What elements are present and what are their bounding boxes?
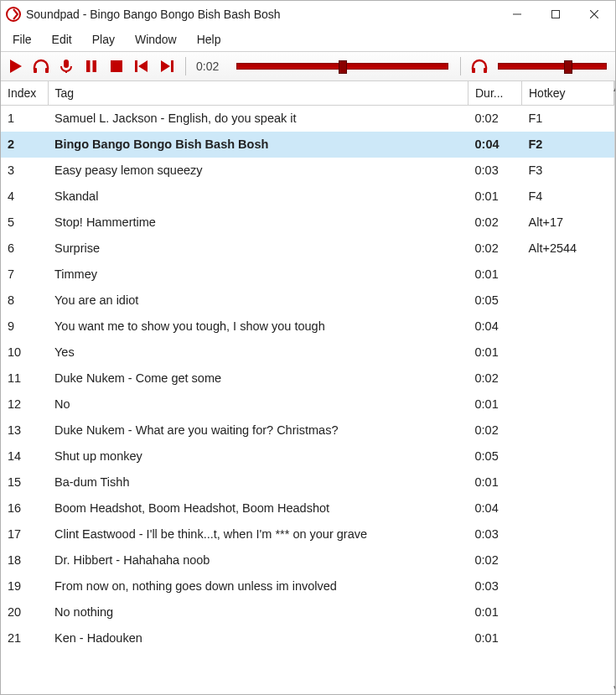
table-row[interactable]: 21Ken - Hadouken0:01 xyxy=(1,625,614,651)
table-row[interactable]: 12No0:01 xyxy=(1,392,614,418)
vertical-scrollbar[interactable]: ▴ ▾ xyxy=(614,81,615,694)
cell-duration: 0:05 xyxy=(468,443,522,469)
cell-index: 6 xyxy=(1,236,48,262)
cell-tag: Duke Nukem - What are you waiting for? C… xyxy=(48,418,468,443)
cell-tag: Ba-dum Tishh xyxy=(48,469,468,495)
table-row[interactable]: 16Boom Headshot, Boom Headshot, Boom Hea… xyxy=(1,495,614,521)
cell-duration: 0:04 xyxy=(468,132,522,158)
column-header-tag[interactable]: Tag xyxy=(48,81,468,106)
table-row[interactable]: 14Shut up monkey0:05 xyxy=(1,443,614,469)
cell-duration: 0:02 xyxy=(468,106,522,132)
table-row[interactable]: 4Skandal0:01F4 xyxy=(1,184,614,210)
table-row[interactable]: 13Duke Nukem - What are you waiting for?… xyxy=(1,418,614,443)
column-header-hotkey[interactable]: Hotkey xyxy=(522,81,614,106)
svg-rect-9 xyxy=(111,60,122,72)
cell-tag: Yes xyxy=(48,340,468,366)
table-row[interactable]: 8You are an idiot0:05 xyxy=(1,288,614,314)
svg-rect-8 xyxy=(93,60,97,72)
table-row[interactable]: 5Stop! Hammertime0:02Alt+17 xyxy=(1,210,614,236)
menu-play[interactable]: Play xyxy=(84,30,123,49)
cell-index: 5 xyxy=(1,210,48,236)
cell-tag: Ken - Hadouken xyxy=(48,625,468,651)
cell-duration: 0:03 xyxy=(468,158,522,184)
seek-slider-thumb[interactable] xyxy=(339,60,347,74)
cell-hotkey xyxy=(522,262,614,288)
cell-duration: 0:01 xyxy=(468,184,522,210)
pause-button[interactable] xyxy=(81,56,101,76)
volume-icon[interactable] xyxy=(469,56,489,76)
cell-index: 14 xyxy=(1,443,48,469)
cell-tag: Bingo Bango Bongo Bish Bash Bosh xyxy=(48,132,468,158)
cell-tag: Timmey xyxy=(48,262,468,288)
cell-hotkey xyxy=(522,418,614,443)
cell-tag: Stop! Hammertime xyxy=(48,210,468,236)
cell-hotkey: F1 xyxy=(522,106,614,132)
cell-tag: Clint Eastwood - I'll be think...t, when… xyxy=(48,521,468,547)
cell-index: 16 xyxy=(1,495,48,521)
table-row[interactable]: 9You want me to show you tough, I show y… xyxy=(1,314,614,340)
cell-tag: You want me to show you tough, I show yo… xyxy=(48,314,468,340)
sound-table: Index Tag Dur... Hotkey 1Samuel L. Jacks… xyxy=(1,81,614,651)
previous-button[interactable] xyxy=(132,56,152,76)
cell-duration: 0:02 xyxy=(468,418,522,443)
cell-duration: 0:04 xyxy=(468,314,522,340)
cell-duration: 0:01 xyxy=(468,262,522,288)
cell-index: 19 xyxy=(1,573,48,599)
play-headphones-button[interactable] xyxy=(31,56,51,76)
menu-edit[interactable]: Edit xyxy=(44,30,80,49)
volume-slider-thumb[interactable] xyxy=(564,60,572,74)
table-row[interactable]: 6Surprise0:02Alt+2544 xyxy=(1,236,614,262)
play-microphone-button[interactable] xyxy=(56,56,76,76)
table-row[interactable]: 2Bingo Bango Bongo Bish Bash Bosh0:04F2 xyxy=(1,132,614,158)
volume-slider[interactable] xyxy=(498,63,607,70)
cell-hotkey xyxy=(522,599,614,625)
cell-tag: No nothing xyxy=(48,599,468,625)
cell-hotkey xyxy=(522,495,614,521)
cell-duration: 0:04 xyxy=(468,495,522,521)
cell-index: 20 xyxy=(1,599,48,625)
table-row[interactable]: 11Duke Nukem - Come get some0:02 xyxy=(1,366,614,392)
menu-window[interactable]: Window xyxy=(127,30,185,49)
maximize-button[interactable] xyxy=(536,1,575,28)
cell-tag: Duke Nukem - Come get some xyxy=(48,366,468,392)
column-header-index[interactable]: Index xyxy=(1,81,48,106)
table-row[interactable]: 19From now on, nothing goes down unless … xyxy=(1,573,614,599)
table-row[interactable]: 1Samuel L. Jackson - English, do you spe… xyxy=(1,106,614,132)
table-row[interactable]: 20No nothing0:01 xyxy=(1,599,614,625)
cell-tag: Surprise xyxy=(48,236,468,262)
menu-file[interactable]: File xyxy=(4,30,40,49)
table-row[interactable]: 10Yes0:01 xyxy=(1,340,614,366)
next-button[interactable] xyxy=(157,56,177,76)
window-title: Soundpad - Bingo Bango Bongo Bish Bash B… xyxy=(26,8,281,21)
cell-hotkey xyxy=(522,288,614,314)
cell-duration: 0:02 xyxy=(468,236,522,262)
cell-hotkey: Alt+17 xyxy=(522,210,614,236)
cell-index: 9 xyxy=(1,314,48,340)
stop-button[interactable] xyxy=(106,56,127,76)
seek-slider[interactable] xyxy=(236,63,448,70)
cell-tag: You are an idiot xyxy=(48,288,468,314)
cell-hotkey: F3 xyxy=(522,158,614,184)
cell-duration: 0:05 xyxy=(468,288,522,314)
table-row[interactable]: 18Dr. Hibbert - Hahahaha noob0:02 xyxy=(1,547,614,573)
cell-index: 4 xyxy=(1,184,48,210)
table-row[interactable]: 17Clint Eastwood - I'll be think...t, wh… xyxy=(1,521,614,547)
minimize-button[interactable] xyxy=(498,1,536,28)
svg-rect-6 xyxy=(65,70,67,73)
close-button[interactable] xyxy=(575,1,613,28)
table-row[interactable]: 15Ba-dum Tishh0:01 xyxy=(1,469,614,495)
menu-help[interactable]: Help xyxy=(189,30,230,49)
cell-hotkey: F4 xyxy=(522,184,614,210)
cell-duration: 0:01 xyxy=(468,625,522,651)
play-speaker-button[interactable] xyxy=(6,56,26,76)
cell-tag: Shut up monkey xyxy=(48,443,468,469)
cell-index: 2 xyxy=(1,132,48,158)
column-header-duration[interactable]: Dur... xyxy=(468,81,522,106)
cell-tag: From now on, nothing goes down unless im… xyxy=(48,573,468,599)
cell-hotkey xyxy=(522,625,614,651)
svg-rect-12 xyxy=(472,68,475,73)
table-row[interactable]: 7Timmey0:01 xyxy=(1,262,614,288)
cell-tag: Dr. Hibbert - Hahahaha noob xyxy=(48,547,468,573)
table-row[interactable]: 3Easy peasy lemon squeezy0:03F3 xyxy=(1,158,614,184)
sound-list[interactable]: Index Tag Dur... Hotkey 1Samuel L. Jacks… xyxy=(1,81,614,694)
